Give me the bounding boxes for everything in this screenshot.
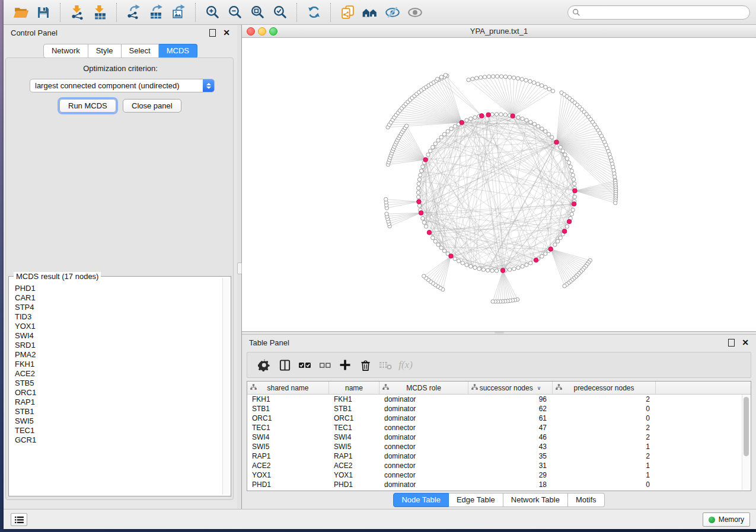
mcds-node-item[interactable]: STB1 (10, 407, 222, 416)
network-graph[interactable] (242, 38, 756, 331)
tab-edge-table[interactable]: Edge Table (449, 493, 503, 507)
search-field[interactable] (567, 5, 750, 20)
float-panel-icon[interactable] (209, 29, 216, 37)
table-row[interactable]: PHD1PHD1dominator180 (247, 480, 751, 489)
gear-icon[interactable] (254, 356, 275, 374)
column-header-predecessor-nodes[interactable]: predecessor nodes (553, 382, 656, 394)
sort-chevron-icon[interactable]: ∨ (537, 385, 541, 391)
select-stepper-icon (203, 79, 214, 92)
column-header-MCDS-role[interactable]: MCDS role (379, 382, 468, 394)
cell-successor_nodes: 31 (468, 461, 553, 470)
mcds-node-item[interactable]: PHD1 (10, 284, 222, 293)
mcds-node-item[interactable]: TEC1 (10, 426, 222, 435)
table-row[interactable]: ORC1ORC1dominator610 (247, 414, 751, 423)
export-image-icon[interactable] (169, 3, 188, 22)
refresh-icon[interactable] (304, 3, 323, 22)
mcds-node-item[interactable]: PMA2 (10, 350, 222, 360)
float-panel-icon[interactable] (728, 339, 735, 347)
tab-motifs[interactable]: Motifs (568, 493, 605, 507)
mcds-node-item[interactable]: CAR1 (10, 293, 222, 303)
status-bar: Memory (4, 509, 756, 529)
show-columns-icon[interactable] (275, 356, 295, 374)
column-header-shared-name[interactable]: shared name (247, 382, 329, 394)
cell-predecessor_nodes: 0 (553, 414, 656, 423)
table-row[interactable]: SWI5SWI5connector431 (247, 442, 751, 451)
splitter-handle[interactable] (237, 262, 242, 274)
close-panel-icon[interactable]: ✕ (223, 28, 230, 37)
vertical-splitter[interactable] (237, 25, 242, 509)
table-row[interactable]: ACE2ACE2connector311 (247, 461, 751, 470)
network-overview-icon[interactable] (361, 3, 379, 22)
zoom-selected-icon[interactable] (270, 3, 289, 22)
table-body: FKH1FKH1dominator962STB1STB1dominator620… (247, 395, 751, 489)
zoom-in-icon[interactable] (203, 3, 222, 22)
save-icon[interactable] (34, 3, 53, 22)
cell-predecessor_nodes: 1 (553, 442, 656, 451)
run-mcds-button[interactable]: Run MCDS (59, 99, 116, 113)
column-header-successor-nodes[interactable]: successor nodes∨ (468, 382, 553, 394)
scrollbar-thumb[interactable] (744, 397, 749, 456)
mcds-node-item[interactable]: STP4 (10, 303, 222, 312)
task-history-button[interactable] (11, 513, 27, 526)
mcds-node-item[interactable]: FKH1 (10, 360, 222, 369)
mcds-node-item[interactable]: TID3 (10, 312, 222, 322)
mcds-node-item[interactable]: GCR1 (10, 435, 222, 445)
deselect-all-icon[interactable] (315, 356, 335, 374)
mcds-node-item[interactable]: RAP1 (10, 398, 222, 407)
mcds-node-item[interactable]: ORC1 (10, 388, 222, 398)
cell-name: STB1 (329, 404, 379, 414)
tab-mcds[interactable]: MCDS (159, 44, 197, 58)
mcds-node-item[interactable]: YOX1 (10, 322, 222, 331)
tab-node-table[interactable]: Node Table (393, 493, 449, 507)
zoom-fit-icon[interactable] (248, 3, 267, 22)
memory-button[interactable]: Memory (703, 512, 750, 527)
column-label: shared name (267, 384, 308, 392)
memory-label: Memory (719, 515, 744, 524)
control-panel-tabs: NetworkStyleSelectMCDS (4, 44, 237, 58)
table-scrollbar[interactable] (742, 395, 750, 490)
import-table-icon[interactable] (90, 3, 109, 22)
mcds-node-item[interactable]: SRD1 (10, 341, 222, 350)
clone-network-icon[interactable] (338, 3, 357, 22)
mcds-node-item[interactable]: STB5 (10, 379, 222, 388)
search-input[interactable] (583, 8, 745, 17)
tab-select[interactable]: Select (122, 44, 159, 58)
select-all-icon[interactable] (295, 356, 315, 374)
column-header-name[interactable]: name (329, 382, 379, 394)
hide-eye-icon[interactable] (383, 3, 402, 22)
table-row[interactable]: SWI4SWI4dominator462 (247, 432, 751, 442)
mcds-node-item[interactable]: SWI5 (10, 416, 222, 426)
tab-network[interactable]: Network (43, 44, 88, 58)
mcds-node-item[interactable]: ACE2 (10, 369, 222, 379)
column-header-filler (656, 382, 751, 394)
close-panel-icon[interactable]: ✕ (742, 338, 749, 347)
table-row[interactable]: YOX1YOX1connector291 (247, 470, 751, 480)
close-panel-button[interactable]: Close panel (123, 99, 181, 113)
network-window-titlebar[interactable]: YPA_prune.txt_1 (242, 25, 756, 38)
mcds-node-item[interactable]: SWI4 (10, 331, 222, 341)
zoom-out-icon[interactable] (225, 3, 244, 22)
import-network-icon[interactable] (68, 3, 87, 22)
memory-status-icon (709, 517, 715, 523)
table-row[interactable]: TEC1TEC1connector472 (247, 423, 751, 432)
add-column-icon[interactable] (335, 356, 355, 374)
mcds-result-list[interactable]: PHD1CAR1STP4TID3YOX1SWI4SRD1PMA2FKH1ACE2… (10, 284, 222, 495)
control-panel: Control Panel ✕ NetworkStyleSelectMCDS O… (4, 25, 237, 509)
mcds-list-scrollbar[interactable] (222, 278, 229, 495)
table-row[interactable]: STB1STB1dominator620 (247, 404, 751, 414)
splitter-handle[interactable] (495, 332, 504, 334)
show-eye-icon[interactable] (406, 3, 425, 22)
cell-name: TEC1 (329, 423, 379, 432)
optimization-criterion-select[interactable]: largest connected component (undirected) (30, 79, 215, 92)
open-folder-icon[interactable] (11, 3, 30, 22)
tab-style[interactable]: Style (88, 44, 122, 58)
list-icon (15, 516, 24, 524)
export-table-icon[interactable] (146, 3, 165, 22)
tab-network-table[interactable]: Network Table (503, 493, 568, 507)
export-network-icon[interactable] (124, 3, 143, 22)
delete-column-icon[interactable] (355, 356, 375, 374)
network-canvas[interactable] (242, 38, 756, 331)
table-panel-title: Table Panel (249, 338, 289, 347)
table-row[interactable]: RAP1RAP1dominator352 (247, 451, 751, 461)
table-row[interactable]: FKH1FKH1dominator962 (247, 395, 751, 404)
